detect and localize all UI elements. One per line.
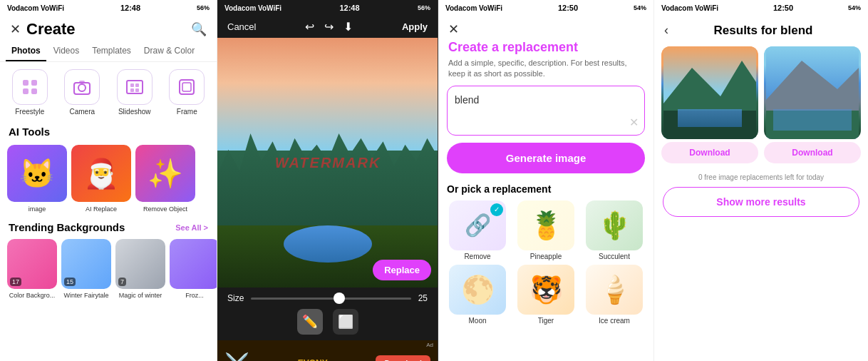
- svg-rect-13: [182, 83, 191, 91]
- carrier-p2: Vodacom VoWiFi: [224, 4, 281, 12]
- trending-label-winter: Winter Fairytale: [63, 292, 108, 299]
- pick-remove[interactable]: 🔗 ✓ Remove: [445, 200, 510, 260]
- svg-rect-12: [180, 80, 194, 94]
- free-replacements-label: 0 free image replacements left for today: [654, 168, 868, 184]
- ai-tool-image[interactable]: 🐱 image: [7, 145, 67, 213]
- tool-camera[interactable]: Camera: [58, 69, 107, 116]
- result-card-1: [661, 46, 758, 139]
- trending-item-magic[interactable]: 7 Magic of winter: [115, 239, 165, 299]
- tool-slideshow[interactable]: Slideshow: [110, 69, 159, 116]
- svg-rect-9: [135, 83, 139, 87]
- pick-tiger-label: Tiger: [538, 317, 554, 325]
- trending-header: Trending Backgrounds See All >: [0, 217, 217, 236]
- ai-tool-remove[interactable]: ✨ Remove Object: [135, 145, 195, 213]
- trending-badge-color: 17: [10, 278, 21, 286]
- ai-image-card[interactable]: 🐱: [7, 145, 67, 202]
- size-label: Size: [227, 293, 244, 303]
- carrier-p3: Vodacom VoWiFi: [445, 4, 502, 12]
- canvas-background: WATERMARK Replace: [217, 38, 438, 288]
- brush-pencil-button[interactable]: ✏️: [297, 309, 323, 335]
- pick-icecream[interactable]: 🍦 Ice cream: [582, 265, 646, 325]
- pick-pineapple-label: Pineapple: [530, 253, 562, 260]
- pick-tiger-icon: 🐯: [517, 265, 574, 315]
- pick-succulent-label: Succulent: [599, 253, 630, 260]
- svg-rect-17: [678, 109, 742, 127]
- time-p4: 12:50: [773, 4, 793, 12]
- ai-replace-label: AI Replace: [86, 205, 117, 213]
- show-more-button[interactable]: Show more results: [663, 187, 859, 217]
- status-bar-p4: Vodacom VoWiFi 12:50 54%: [654, 0, 868, 16]
- ai-tools-grid: 🐱 image 🎅 AI Replace ✨ Remove Object: [0, 141, 217, 217]
- brush-eraser-button[interactable]: ⬜: [333, 309, 358, 335]
- pick-moon[interactable]: 🌕 Moon: [445, 265, 510, 325]
- ai-remove-label: Remove Object: [143, 205, 187, 213]
- svg-rect-8: [130, 83, 134, 87]
- clear-input-icon[interactable]: ✕: [629, 116, 639, 129]
- tool-frame[interactable]: Frame: [163, 69, 212, 116]
- see-all-button[interactable]: See All >: [175, 223, 208, 232]
- tab-photos[interactable]: Photos: [6, 41, 46, 61]
- ad-label: Ad: [426, 342, 433, 348]
- frame-icon: [169, 69, 205, 105]
- trending-item-winter[interactable]: 15 Winter Fairytale: [61, 239, 111, 299]
- pick-pineapple-icon: 🍍: [517, 200, 574, 250]
- tab-videos[interactable]: Videos: [48, 41, 85, 61]
- redo-button[interactable]: ↪: [324, 20, 334, 34]
- ad-banner: Ad ⚔️ EVONY Download: [217, 340, 438, 361]
- tab-templates[interactable]: Templates: [86, 41, 137, 61]
- ai-remove-card[interactable]: ✨: [135, 145, 195, 202]
- svg-rect-21: [773, 109, 852, 131]
- river-layer: [284, 225, 372, 263]
- create-replacement-panel: Vodacom VoWiFi 12:50 54% ✕ Create a repl…: [438, 0, 654, 361]
- replace-float-button[interactable]: Replace: [373, 260, 431, 280]
- size-value: 25: [418, 293, 428, 303]
- ai-tools-title: AI Tools: [0, 123, 217, 141]
- trending-card-winter[interactable]: 15: [61, 239, 111, 289]
- trending-label-frozen: Froz...: [185, 292, 204, 299]
- editor-panel: Vodacom VoWiFi 12:48 56% Cancel ↩ ↪ ⬇ Ap…: [217, 0, 438, 361]
- remove-badge: ✓: [490, 203, 503, 216]
- search-icon: 🔍: [191, 21, 207, 37]
- close-button[interactable]: ✕: [10, 21, 21, 37]
- apply-button[interactable]: Apply: [402, 21, 428, 32]
- tab-draw-color[interactable]: Draw & Color: [138, 41, 200, 61]
- svg-rect-10: [130, 88, 134, 92]
- ad-download-button[interactable]: Download: [376, 355, 430, 361]
- cancel-button[interactable]: Cancel: [227, 21, 256, 32]
- search-button[interactable]: 🔍: [191, 21, 207, 37]
- battery-p4: 54%: [848, 4, 861, 11]
- download-button-1[interactable]: Download: [661, 142, 758, 163]
- undo-button[interactable]: ↩: [305, 20, 314, 34]
- ai-tool-replace[interactable]: 🎅 AI Replace: [71, 145, 131, 213]
- svg-rect-3: [31, 88, 37, 94]
- generate-image-button[interactable]: Generate image: [447, 143, 645, 173]
- slideshow-label: Slideshow: [118, 108, 151, 116]
- pick-pineapple[interactable]: 🍍 Pineapple: [514, 200, 578, 260]
- status-bar-p2: Vodacom VoWiFi 12:48 56%: [217, 0, 438, 16]
- time-p3: 12:50: [558, 4, 578, 12]
- pick-tiger[interactable]: 🐯 Tiger: [514, 265, 578, 325]
- close-icon[interactable]: ✕: [448, 21, 459, 37]
- brush-tool-row: ✏️ ⬜: [227, 309, 428, 335]
- size-slider[interactable]: [251, 298, 410, 300]
- trending-card-frozen[interactable]: [170, 239, 217, 289]
- trending-item-color[interactable]: 17 Color Backgro...: [7, 239, 57, 299]
- pick-succulent-icon: 🌵: [586, 200, 643, 250]
- trending-item-frozen[interactable]: Froz...: [170, 239, 217, 299]
- picks-grid: 🔗 ✓ Remove 🍍 Pineapple 🌵 Succulent 🌕 Moo…: [438, 200, 653, 325]
- svg-rect-1: [31, 80, 37, 86]
- tool-freestyle[interactable]: Freestyle: [6, 69, 54, 116]
- download-button-2[interactable]: Download: [764, 142, 861, 163]
- svg-rect-0: [23, 80, 29, 86]
- slider-thumb: [334, 293, 345, 304]
- replacement-input-wrap[interactable]: blend ✕: [447, 86, 645, 136]
- svg-rect-2: [23, 88, 29, 94]
- battery-p1: 56%: [197, 4, 210, 11]
- trending-card-color[interactable]: 17: [7, 239, 57, 289]
- pick-succulent[interactable]: 🌵 Succulent: [582, 200, 646, 260]
- export-button[interactable]: ⬇: [343, 20, 353, 34]
- camera-icon: [64, 69, 100, 105]
- trending-card-magic[interactable]: 7: [115, 239, 165, 289]
- pick-remove-label: Remove: [464, 253, 490, 260]
- ai-replace-card[interactable]: 🎅: [71, 145, 131, 202]
